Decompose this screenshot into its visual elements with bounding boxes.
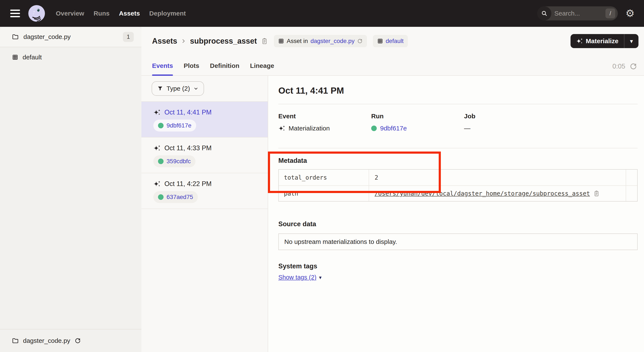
- run-id-link: 359cdbfc: [166, 158, 191, 165]
- metadata-table: total_orders 2 path /Users/yuhan/dev/loc…: [278, 169, 638, 202]
- nav-right-group: / ⚙: [537, 6, 635, 20]
- nav-item-runs[interactable]: Runs: [94, 10, 110, 17]
- run-id-pill[interactable]: 9dbf617e: [153, 120, 196, 131]
- nav-item-overview[interactable]: Overview: [56, 10, 84, 17]
- main-content: Assets subprocess_asset Asset in dagster…: [142, 27, 644, 352]
- materialize-button[interactable]: Materialize: [570, 34, 624, 48]
- code-location-sidebar: dagster_code.py 1 default dagster_code.p…: [0, 27, 142, 352]
- sparkle-icon: [153, 109, 160, 116]
- run-column-label: Run: [371, 112, 464, 120]
- event-list-item[interactable]: Oct 11, 4:33 PM 359cdbfc: [142, 137, 268, 173]
- grid-icon: [278, 38, 284, 44]
- run-success-dot: [158, 194, 164, 200]
- metadata-path-link[interactable]: /Users/yuhan/dev/local/dagster_home/stor…: [374, 190, 590, 197]
- search-shortcut-badge: /: [606, 8, 615, 18]
- source-data-empty-message: No upstream materializations to display.: [284, 238, 397, 245]
- filter-label: Type (2): [166, 85, 190, 92]
- code-location-label: dagster_code.py: [24, 33, 71, 40]
- run-success-dot: [158, 123, 164, 128]
- page-title-asset-name: subprocess_asset: [190, 37, 257, 45]
- search-box[interactable]: /: [537, 6, 618, 20]
- event-timestamp: Oct 11, 4:41 PM: [164, 108, 212, 116]
- metadata-section-heading: Metadata: [278, 157, 638, 164]
- breadcrumb-assets-link[interactable]: Assets: [152, 37, 177, 45]
- materialization-event-list: Type (2): [142, 76, 268, 352]
- sparkle-icon: [576, 38, 583, 44]
- refresh-countdown: 0:05: [612, 62, 625, 70]
- asset-tabs-row: Events Plots Definition Lineage 0:05: [142, 55, 644, 76]
- table-end-cell: [626, 186, 637, 201]
- asset-group-label: default: [22, 54, 42, 61]
- job-value-empty: —: [464, 125, 470, 132]
- materialize-label: Materialize: [586, 37, 618, 45]
- asset-definition-badge: Asset in dagster_code.py: [274, 35, 367, 47]
- caret-down-icon: ▾: [319, 275, 322, 281]
- asset-count-badge: 1: [123, 32, 134, 42]
- primary-nav: Overview Runs Assets Deployment: [56, 10, 186, 17]
- event-detail-pane: Oct 11, 4:41 PM Event: [268, 76, 644, 352]
- asset-page-header: Assets subprocess_asset Asset in dagster…: [142, 27, 644, 55]
- materialize-button-group: Materialize ▾: [570, 34, 638, 48]
- code-location-link[interactable]: dagster_code.py: [310, 38, 354, 44]
- metadata-key: total_orders: [279, 170, 369, 185]
- divider: [278, 104, 638, 104]
- sidebar-footer-code-location[interactable]: dagster_code.py: [0, 329, 142, 352]
- tab-definition[interactable]: Definition: [210, 62, 239, 75]
- event-column-label: Event: [278, 112, 371, 120]
- event-detail-heading: Oct 11, 4:41 PM: [278, 85, 638, 96]
- search-icon: [537, 6, 551, 20]
- dagster-logo[interactable]: [28, 4, 46, 22]
- materialize-dropdown-caret[interactable]: ▾: [624, 34, 638, 48]
- run-id-link: 637aed75: [166, 194, 193, 200]
- event-list-item[interactable]: Oct 11, 4:22 PM 637aed75: [142, 173, 268, 209]
- chevron-down-icon: [193, 86, 198, 91]
- reload-icon[interactable]: [74, 338, 81, 344]
- search-input[interactable]: [551, 10, 606, 17]
- asset-group-grid-icon: [12, 54, 18, 60]
- copy-path-icon[interactable]: [593, 190, 600, 197]
- event-type-value: Materialization: [288, 125, 330, 132]
- sidebar-item-default-group[interactable]: default: [0, 47, 142, 67]
- metadata-key: path: [279, 186, 369, 201]
- event-filter-row: Type (2): [142, 76, 268, 102]
- event-timestamp: Oct 11, 4:33 PM: [164, 144, 212, 152]
- show-tags-label: Show tags (2): [278, 274, 316, 281]
- asset-group-link[interactable]: default: [386, 38, 404, 44]
- nav-item-deployment[interactable]: Deployment: [149, 10, 186, 17]
- source-data-heading: Source data: [278, 220, 638, 228]
- reload-icon[interactable]: [357, 38, 363, 44]
- job-column-label: Job: [464, 112, 557, 120]
- event-list-item[interactable]: Oct 11, 4:41 PM 9dbf617e: [142, 102, 268, 137]
- run-id-pill[interactable]: 359cdbfc: [153, 155, 196, 167]
- footer-code-location-label: dagster_code.py: [23, 337, 70, 344]
- sparkle-icon: [278, 125, 285, 132]
- gear-icon[interactable]: ⚙: [626, 8, 635, 18]
- run-id-link[interactable]: 9dbf617e: [380, 125, 407, 132]
- asset-in-label: Asset in: [287, 38, 308, 44]
- tab-lineage[interactable]: Lineage: [250, 62, 274, 75]
- grid-icon: [377, 38, 383, 44]
- metadata-value: 2: [374, 174, 378, 181]
- source-data-empty-box: No upstream materializations to display.: [278, 234, 638, 250]
- copy-asset-name-icon[interactable]: [261, 38, 268, 44]
- sidebar-item-code-location[interactable]: dagster_code.py 1: [0, 27, 142, 47]
- folder-icon: [12, 33, 19, 40]
- divider: [278, 148, 638, 148]
- run-success-dot: [158, 159, 164, 164]
- asset-group-badge: default: [373, 35, 408, 47]
- event-type-filter-button[interactable]: Type (2): [152, 81, 204, 96]
- run-id-pill[interactable]: 637aed75: [153, 191, 198, 203]
- table-end-cell: [626, 170, 637, 185]
- tab-plots[interactable]: Plots: [184, 62, 199, 75]
- system-tags-heading: System tags: [278, 262, 638, 270]
- show-tags-toggle[interactable]: Show tags (2) ▾: [278, 274, 322, 281]
- tab-events[interactable]: Events: [152, 62, 173, 75]
- chevron-right-icon: [180, 38, 186, 44]
- folder-icon: [12, 337, 19, 344]
- refresh-icon[interactable]: [630, 62, 637, 70]
- nav-item-assets[interactable]: Assets: [119, 10, 140, 17]
- event-timestamp: Oct 11, 4:22 PM: [164, 180, 212, 188]
- funnel-icon: [157, 85, 163, 91]
- top-navigation-bar: Overview Runs Assets Deployment / ⚙: [0, 0, 644, 27]
- hamburger-menu-icon[interactable]: [10, 9, 20, 17]
